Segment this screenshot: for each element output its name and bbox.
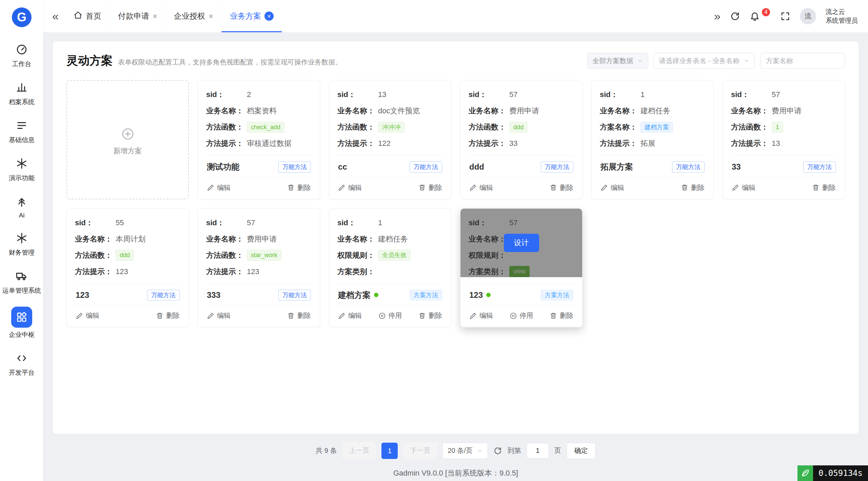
sidebar-menu: 工作台档案系统基础信息演示功能Ai财务管理运单管理系统企业中枢开发平台: [2, 42, 41, 389]
scheme-title-text: 33: [732, 162, 741, 172]
scheme-card: sid：13业务名称：doc文件预览方法函数：冲冲冲方法提示：122cc万能方法…: [329, 80, 451, 199]
fullscreen-icon[interactable]: [780, 11, 790, 21]
chevron-down-icon: [477, 448, 483, 454]
delete-button[interactable]: 删除: [287, 183, 311, 192]
tab-enterprise-auth[interactable]: 企业授权×: [165, 0, 221, 32]
field-value: 57: [247, 218, 255, 227]
refresh-icon[interactable]: [730, 11, 740, 21]
tab-business-scheme[interactable]: 业务方案×: [221, 0, 282, 32]
tab-payment-request[interactable]: 付款申请×: [110, 0, 165, 32]
stop-button[interactable]: 停用: [378, 311, 402, 320]
field-label: 方法函数：: [206, 122, 247, 132]
edit-button[interactable]: 编辑: [76, 311, 99, 320]
card-hover-overlay: 设计: [460, 209, 582, 277]
edit-icon: [76, 312, 83, 320]
perf-badge: 0.059134s: [797, 465, 868, 481]
sidebar: G 工作台档案系统基础信息演示功能Ai财务管理运单管理系统企业中枢开发平台: [0, 0, 43, 481]
edit-button[interactable]: 编辑: [732, 183, 755, 192]
sidebar-item-finance[interactable]: 财务管理: [2, 231, 41, 257]
sidebar-item-waybill-system[interactable]: 运单管理系统: [2, 269, 41, 295]
code-icon: [14, 351, 29, 366]
tab-close-icon[interactable]: ×: [153, 12, 157, 20]
confirm-button[interactable]: 确定: [567, 443, 596, 459]
field-label: 权限规则：: [337, 250, 378, 261]
scheme-title-text: 建档方案: [338, 290, 371, 301]
design-button[interactable]: 设计: [504, 234, 539, 252]
scheme-card: sid：2业务名称：档案资料方法函数：check_add方法提示：审核通过数据测…: [198, 80, 320, 199]
collapse-sidebar-icon[interactable]: «: [52, 9, 59, 23]
card-field-row: sid：2: [206, 89, 312, 101]
method-type-tag: 万能方法: [541, 161, 573, 173]
expand-tabs-icon[interactable]: »: [714, 9, 721, 23]
bell-icon[interactable]: [750, 11, 760, 21]
card-actions: 编辑删除: [337, 177, 443, 194]
scheme-title: 建档方案: [338, 290, 378, 301]
card-footer: 建档方案方案方法: [337, 283, 443, 306]
edit-icon: [207, 184, 214, 191]
field-value: 57: [772, 90, 780, 99]
delete-button[interactable]: 删除: [550, 183, 573, 192]
scheme-data-select[interactable]: 全部方案数据: [587, 53, 648, 69]
stop-button[interactable]: 停用: [510, 311, 533, 320]
sidebar-item-dev-platform[interactable]: 开发平台: [2, 351, 41, 377]
scheme-card: sid：1业务名称：建档任务方案名称：建档方案方法提示：拓展拓展方案万能方法编辑…: [591, 80, 714, 199]
tab-close-icon[interactable]: ×: [264, 12, 274, 21]
method-type-tag: 万能方法: [410, 161, 442, 173]
action-label: 编辑: [348, 311, 362, 320]
tab-label: 付款申请: [118, 11, 149, 21]
field-label: 方案名称：: [600, 122, 640, 132]
edit-button[interactable]: 编辑: [338, 311, 362, 320]
pause-icon: [378, 312, 386, 320]
method-type-tag: 万能方法: [278, 161, 311, 173]
delete-button[interactable]: 删除: [418, 183, 442, 192]
action-label: 编辑: [217, 183, 231, 192]
sidebar-item-ai[interactable]: Ai: [2, 194, 41, 219]
edit-button[interactable]: 编辑: [469, 183, 493, 192]
edit-button[interactable]: 编辑: [600, 183, 624, 192]
scheme-name-input[interactable]: [760, 53, 845, 69]
card-fields: sid：1业务名称：建档任务权限规则：全员生效方案类别：: [337, 217, 443, 282]
scheme-title-text: 测试功能: [207, 161, 239, 172]
edit-icon: [338, 312, 346, 320]
field-label: 方法函数：: [206, 250, 247, 261]
delete-button[interactable]: 删除: [156, 311, 180, 320]
delete-button[interactable]: 删除: [418, 311, 442, 320]
reload-icon[interactable]: [493, 446, 502, 455]
card-actions: 编辑删除: [469, 177, 574, 194]
delete-button[interactable]: 删除: [812, 183, 836, 192]
sidebar-item-enterprise-hub[interactable]: 企业中枢: [2, 307, 41, 339]
status-dot: [374, 293, 378, 297]
tab-close-icon[interactable]: ×: [209, 12, 213, 20]
card-footer: cc万能方法: [337, 155, 443, 177]
field-label: sid：: [600, 90, 640, 100]
user-menu[interactable]: 流之云 系统管理员: [826, 7, 858, 25]
delete-button[interactable]: 删除: [550, 311, 573, 320]
field-value: 57: [509, 90, 517, 99]
avatar[interactable]: 流: [800, 8, 816, 24]
prev-page-button[interactable]: 上一页: [342, 442, 376, 459]
current-page-button[interactable]: 1: [381, 443, 398, 459]
business-table-select[interactable]: 请选择业务表名 - 业务名称: [654, 53, 755, 69]
field-value: 2: [247, 90, 251, 99]
sidebar-item-archive-system[interactable]: 档案系统: [2, 80, 41, 107]
delete-button[interactable]: 删除: [287, 311, 311, 320]
sidebar-item-demo-features[interactable]: 演示功能: [2, 156, 41, 182]
delete-button[interactable]: 删除: [681, 183, 705, 192]
tab-home[interactable]: 首页: [65, 0, 110, 32]
next-page-button[interactable]: 下一页: [403, 442, 437, 459]
edit-button[interactable]: 编辑: [207, 183, 231, 192]
edit-button[interactable]: 编辑: [207, 311, 231, 320]
sidebar-item-basic-info[interactable]: 基础信息: [2, 118, 41, 145]
edit-button[interactable]: 编辑: [469, 311, 493, 320]
add-scheme-card[interactable]: 新增方案: [66, 80, 189, 199]
app-logo[interactable]: G: [12, 7, 32, 27]
page-size-select[interactable]: 20 条/页: [442, 443, 488, 459]
user-role: 系统管理员: [826, 16, 858, 25]
action-label: 编辑: [611, 183, 624, 192]
goto-page-input[interactable]: [527, 443, 549, 459]
edit-button[interactable]: 编辑: [338, 183, 362, 192]
sidebar-item-workbench[interactable]: 工作台: [2, 42, 41, 69]
card-field-row: 业务名称：建档任务: [600, 105, 705, 117]
card-field-row: 权限规则：全员生效: [337, 249, 443, 262]
pause-icon: [510, 312, 517, 320]
